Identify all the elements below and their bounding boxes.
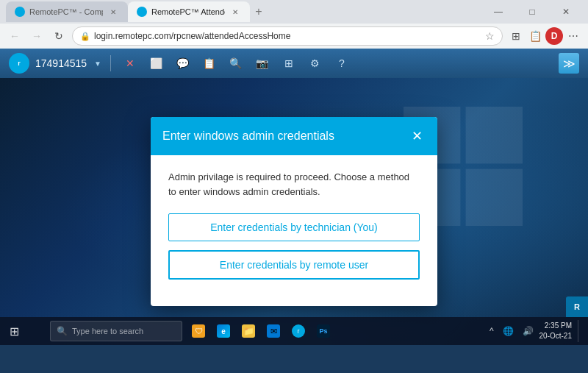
taskbar-app-explorer[interactable]: 📁: [237, 319, 260, 343]
modal-description: Admin privilage is required to proceed. …: [168, 170, 420, 199]
close-button[interactable]: ✕: [550, 0, 582, 24]
address-bar-row: ← → ↻ 🔒 login.remotepc.com/rpcnew/attend…: [0, 24, 588, 49]
browser-toolbar: ⊞ 📋 D ⋯: [507, 27, 582, 45]
remotepc-logo: r: [9, 53, 29, 74]
credentials-technician-button[interactable]: Enter credentials by technician (You): [168, 213, 420, 241]
address-bar[interactable]: 🔒 login.remotepc.com/rpcnew/attendedAcce…: [72, 26, 503, 46]
taskbar-app-photoshop[interactable]: Ps: [312, 319, 335, 343]
taskbar-search-text: Type here to search: [72, 327, 143, 335]
remotepc-apps-icon[interactable]: ⊞: [279, 53, 299, 74]
remotepc-fullscreen-icon[interactable]: ⬜: [146, 53, 167, 74]
minimize-button[interactable]: —: [482, 0, 514, 24]
taskbar-app-security[interactable]: 🛡: [187, 319, 210, 343]
remotepc-camera-icon[interactable]: 📷: [252, 53, 273, 74]
tab-2[interactable]: RemotePC™ Attende... ✕: [128, 1, 250, 22]
remotepc-watermark: R: [566, 296, 588, 317]
taskbar-app-edge[interactable]: e: [212, 319, 235, 343]
taskbar-app-remotepc[interactable]: r: [287, 319, 310, 343]
bookmark-icon: ☆: [485, 30, 495, 42]
back-button[interactable]: ←: [6, 27, 24, 45]
forward-button[interactable]: →: [28, 27, 46, 45]
tab-2-icon: [137, 7, 147, 17]
reload-button[interactable]: ↻: [50, 27, 68, 45]
taskbar-clock[interactable]: 2:35 PM 20-Oct-21: [539, 321, 572, 341]
tab-1-close[interactable]: ✕: [107, 6, 119, 18]
admin-credentials-modal: Enter windows admin credentials ✕ Admin …: [151, 117, 437, 306]
tab-2-label: RemotePC™ Attende...: [151, 7, 225, 16]
remotepc-help-icon[interactable]: ?: [331, 53, 352, 74]
main-content: Enter windows admin credentials ✕ Admin …: [0, 78, 588, 345]
taskbar-search[interactable]: 🔍 Type here to search: [50, 321, 182, 341]
taskbar-app-mail[interactable]: ✉: [262, 319, 285, 343]
remotepc-chat-icon[interactable]: 💬: [173, 53, 193, 74]
toolbar-separator: [110, 55, 111, 71]
new-tab-button[interactable]: +: [250, 3, 268, 21]
remotepc-end-button[interactable]: ≫: [559, 53, 579, 74]
menu-icon[interactable]: ⋯: [564, 27, 582, 45]
taskbar-right: ^ 🌐 🔊 2:35 PM 20-Oct-21: [487, 320, 585, 342]
tab-1-icon: [15, 7, 25, 17]
start-button[interactable]: ⊞: [3, 320, 25, 342]
tab-1-label: RemotePC™ - Comp...: [29, 7, 103, 16]
remotepc-id: 174914515: [35, 57, 87, 69]
tab-1[interactable]: RemotePC™ - Comp... ✕: [6, 1, 128, 22]
modal-close-button[interactable]: ✕: [408, 127, 426, 145]
taskbar-volume-icon[interactable]: 🔊: [520, 324, 537, 338]
extensions-icon[interactable]: ⊞: [507, 27, 525, 45]
remotepc-dropdown-icon[interactable]: ▼: [94, 60, 101, 68]
modal-title: Enter windows admin credentials: [162, 129, 334, 143]
taskbar-date-text: 20-Oct-21: [539, 331, 572, 341]
browser-chrome: RemotePC™ - Comp... ✕ RemotePC™ Attende.…: [0, 0, 588, 49]
remotepc-toolbar: r 174914515 ▼ ✕ ⬜ 💬 📋 🔍 📷 ⊞ ⚙ ? ≫: [0, 49, 588, 78]
collections-icon[interactable]: 📋: [526, 27, 544, 45]
remotepc-settings-icon[interactable]: ⚙: [305, 53, 326, 74]
remotepc-disconnect-icon[interactable]: ✕: [120, 53, 140, 74]
credentials-remote-user-button[interactable]: Enter credentials by remote user: [168, 250, 420, 280]
remotepc-clipboard-icon[interactable]: 📋: [199, 53, 220, 74]
window-controls: — □ ✕: [482, 0, 582, 24]
remotepc-search-icon[interactable]: 🔍: [226, 53, 246, 74]
show-desktop-button[interactable]: [578, 320, 582, 342]
address-text: login.remotepc.com/rpcnew/attendedAccess…: [94, 31, 290, 41]
modal-header: Enter windows admin credentials ✕: [151, 117, 437, 155]
taskbar-search-icon: 🔍: [57, 326, 68, 336]
lock-icon: 🔒: [80, 32, 90, 41]
taskbar-time-text: 2:35 PM: [539, 321, 572, 331]
tab-2-close[interactable]: ✕: [229, 6, 241, 18]
title-bar: RemotePC™ - Comp... ✕ RemotePC™ Attende.…: [0, 0, 588, 24]
taskbar: ⊞ 🔍 Type here to search 🛡 e 📁 ✉: [0, 317, 588, 345]
taskbar-apps: 🛡 e 📁 ✉ r Ps: [187, 319, 335, 343]
taskbar-network-icon[interactable]: 🌐: [500, 324, 517, 338]
taskbar-chevron-icon[interactable]: ^: [487, 324, 497, 338]
modal-body: Admin privilage is required to proceed. …: [151, 155, 437, 306]
maximize-button[interactable]: □: [516, 0, 548, 24]
profile-icon[interactable]: D: [545, 27, 563, 45]
modal-overlay: Enter windows admin credentials ✕ Admin …: [0, 78, 588, 345]
